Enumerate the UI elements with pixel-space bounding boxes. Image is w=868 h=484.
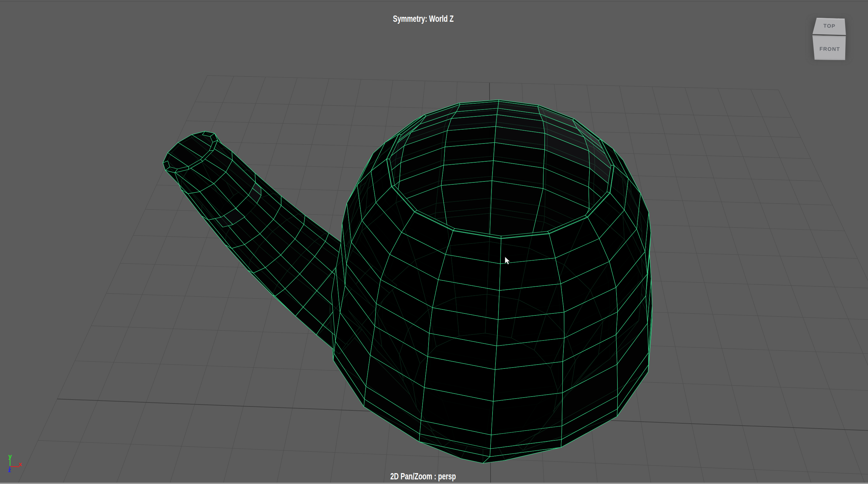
svg-text:TOP: TOP: [823, 23, 836, 29]
svg-text:FRONT: FRONT: [819, 46, 840, 52]
svg-text:Symmetry: World Z: Symmetry: World Z: [393, 13, 454, 24]
svg-text:z: z: [8, 466, 11, 474]
svg-text:y: y: [8, 453, 12, 460]
svg-text:x: x: [19, 461, 22, 467]
svg-text:2D Pan/Zoom : persp: 2D Pan/Zoom : persp: [390, 471, 456, 481]
